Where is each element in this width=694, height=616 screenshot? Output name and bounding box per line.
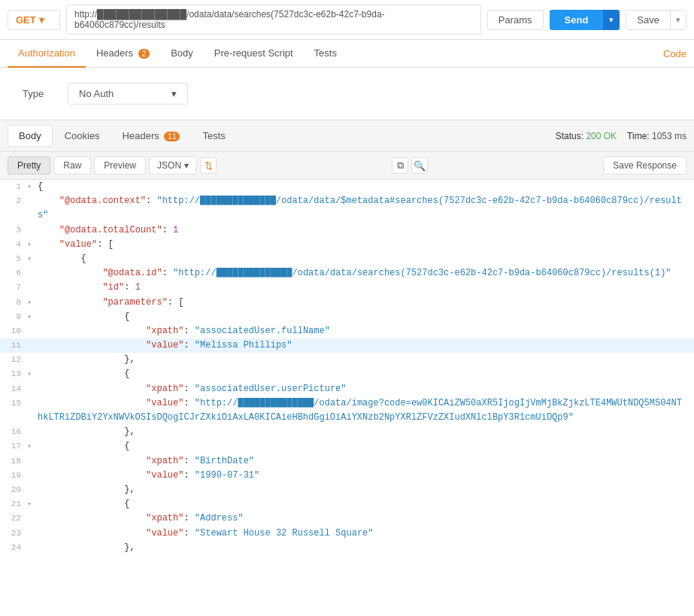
line-content: "value": "http://██████████████/odata/im… bbox=[38, 396, 694, 425]
line-arrow bbox=[27, 469, 38, 470]
line-content: { bbox=[38, 367, 694, 381]
save-button[interactable]: Save bbox=[626, 11, 670, 29]
line-number: 20 bbox=[0, 483, 27, 497]
line-number: 21 bbox=[0, 497, 27, 511]
code-token: 1 bbox=[173, 225, 178, 235]
line-number: 9 bbox=[0, 310, 27, 324]
code-line-10: 10 "xpath": "associatedUser.fullName" bbox=[0, 324, 694, 338]
pretty-button[interactable]: Pretty bbox=[8, 156, 50, 174]
tab-body[interactable]: Body bbox=[160, 40, 204, 68]
line-content: { bbox=[38, 252, 694, 266]
code-token: { bbox=[124, 369, 129, 379]
line-arrow[interactable]: ▾ bbox=[27, 252, 38, 266]
line-number: 3 bbox=[0, 223, 27, 238]
raw-button[interactable]: Raw bbox=[53, 156, 91, 174]
code-token: : bbox=[183, 456, 194, 466]
code-token: }, bbox=[124, 354, 135, 365]
line-arrow[interactable]: ▾ bbox=[27, 296, 38, 309]
code-area[interactable]: 1▾{2 "@odata.context": "http://█████████… bbox=[0, 180, 694, 555]
resp-tab-body[interactable]: Body bbox=[8, 125, 53, 147]
line-number: 7 bbox=[0, 281, 27, 295]
preview-button[interactable]: Preview bbox=[94, 156, 146, 174]
auth-type-select[interactable]: No Auth ▾ bbox=[68, 83, 188, 105]
auth-section: Type No Auth ▾ bbox=[0, 68, 694, 120]
resp-tab-tests[interactable]: Tests bbox=[192, 126, 235, 146]
send-group: Send ▾ bbox=[550, 10, 620, 30]
line-arrow[interactable]: ▾ bbox=[27, 238, 38, 251]
line-content: }, bbox=[38, 425, 694, 439]
line-arrow[interactable]: ▾ bbox=[27, 310, 38, 323]
line-number: 11 bbox=[0, 338, 27, 353]
line-content: "@odata.totalCount": 1 bbox=[38, 223, 694, 238]
save-response-button[interactable]: Save Response bbox=[603, 156, 686, 174]
line-content: "xpath": "associatedUser.userPicture" bbox=[38, 382, 694, 396]
code-token: 1 bbox=[135, 282, 141, 293]
sort-icon[interactable]: ⇅ bbox=[200, 157, 217, 174]
copy-icon[interactable]: ⧉ bbox=[392, 157, 408, 174]
url-bar[interactable]: http://██████████████/odata/data/searche… bbox=[66, 5, 481, 35]
code-token: : bbox=[183, 340, 194, 350]
send-button[interactable]: Send bbox=[550, 10, 604, 30]
save-group: Save ▾ bbox=[626, 10, 686, 30]
line-content: }, bbox=[38, 353, 694, 367]
format-select[interactable]: JSON ▾ bbox=[149, 156, 197, 174]
save-dropdown-button[interactable]: ▾ bbox=[670, 11, 686, 29]
auth-type-value: No Auth bbox=[79, 88, 114, 99]
send-dropdown-button[interactable]: ▾ bbox=[603, 10, 620, 30]
line-content: { bbox=[38, 180, 694, 194]
method-select[interactable]: GET ▾ bbox=[8, 10, 60, 30]
code-token: "value" bbox=[146, 398, 183, 408]
code-line-24: 24 }, bbox=[0, 541, 694, 555]
response-status: Status: 200 OK Time: 1053 ms bbox=[556, 131, 686, 141]
line-arrow[interactable]: ▾ bbox=[27, 180, 38, 193]
toolbar: GET ▾ http://██████████████/odata/data/s… bbox=[0, 0, 694, 40]
line-content: "@odata.context": "http://██████████████… bbox=[38, 194, 694, 223]
line-arrow[interactable]: ▾ bbox=[27, 367, 38, 381]
line-content: { bbox=[38, 439, 694, 454]
resp-tab-cookies[interactable]: Cookies bbox=[54, 126, 111, 146]
line-number: 16 bbox=[0, 425, 27, 439]
code-token: "http://██████████████/odata/image?code=… bbox=[38, 398, 682, 423]
code-token: "@odata.id" bbox=[102, 268, 162, 278]
line-arrow bbox=[27, 483, 38, 484]
code-line-20: 20 }, bbox=[0, 483, 694, 497]
code-line-22: 22 "xpath": "Address" bbox=[0, 511, 694, 526]
code-token: "xpath" bbox=[146, 513, 183, 523]
line-arrow[interactable]: ▾ bbox=[27, 439, 38, 453]
line-content: "value": "Melissa Phillips" bbox=[38, 338, 694, 353]
line-arrow bbox=[27, 541, 38, 542]
code-token: "@odata.totalCount" bbox=[59, 225, 162, 235]
request-tabs: Authorization Headers 2 Body Pre-request… bbox=[0, 40, 694, 68]
resp-tab-headers[interactable]: Headers 11 bbox=[112, 126, 191, 146]
code-line-21: 21▾ { bbox=[0, 497, 694, 511]
line-arrow bbox=[27, 396, 38, 398]
code-token: : bbox=[183, 528, 194, 539]
search-icon[interactable]: 🔍 bbox=[411, 157, 428, 174]
line-arrow bbox=[27, 454, 38, 456]
tab-prerequest[interactable]: Pre-request Script bbox=[204, 40, 304, 68]
code-token: }, bbox=[124, 426, 135, 437]
code-link[interactable]: Code bbox=[663, 48, 686, 59]
response-header: Body Cookies Headers 11 Tests Status: 20… bbox=[0, 120, 694, 152]
line-number: 14 bbox=[0, 382, 27, 396]
code-line-8: 8▾ "parameters": [ bbox=[0, 296, 694, 310]
line-arrow bbox=[27, 194, 38, 196]
code-token: : bbox=[183, 470, 194, 481]
code-token: { bbox=[38, 181, 43, 192]
code-token: : bbox=[183, 398, 194, 408]
code-token: { bbox=[124, 311, 129, 322]
line-number: 13 bbox=[0, 367, 27, 381]
method-label: GET bbox=[16, 14, 36, 26]
line-content: { bbox=[38, 497, 694, 511]
params-button[interactable]: Params bbox=[487, 10, 544, 30]
line-content: "xpath": "BirthDate" bbox=[38, 454, 694, 469]
line-number: 19 bbox=[0, 469, 27, 483]
code-line-3: 3 "@odata.totalCount": 1 bbox=[0, 223, 694, 238]
line-number: 24 bbox=[0, 541, 27, 555]
tab-headers[interactable]: Headers 2 bbox=[86, 40, 160, 68]
tab-authorization[interactable]: Authorization bbox=[8, 40, 86, 68]
line-arrow[interactable]: ▾ bbox=[27, 497, 38, 511]
code-token: "xpath" bbox=[146, 384, 183, 394]
tab-tests[interactable]: Tests bbox=[304, 40, 347, 68]
line-content: "value": "Stewart House 32 Russell Squar… bbox=[38, 526, 694, 541]
